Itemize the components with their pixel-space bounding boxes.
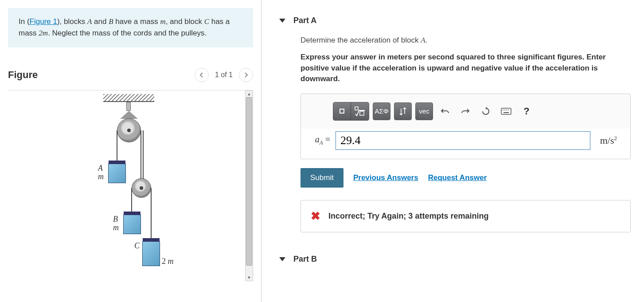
svg-point-5 [506,110,507,110]
vector-button[interactable]: vec [415,102,433,120]
redo-button[interactable] [457,102,474,120]
scrollbar-thumb[interactable] [246,97,252,266]
left-pane: In (Figure 1), blocks A and B have a mas… [0,0,262,302]
keyboard-button[interactable] [498,102,515,120]
radical-icon [355,106,365,116]
variable-B: B [109,17,113,26]
reset-button[interactable] [477,102,494,120]
answer-row: aA = m/s2 [301,129,630,159]
right-pane: Part A Determine the acceleration of blo… [262,0,644,302]
label-mass-B: m [113,223,119,232]
feedback-text: Incorrect; Try Again; 3 attempts remaini… [328,212,488,221]
svg-rect-1 [360,111,364,115]
pulley-1 [117,118,141,142]
block-A [108,164,126,183]
previous-answers-link[interactable]: Previous Answers [353,173,418,182]
text: and [92,17,109,26]
request-answer-link[interactable]: Request Answer [428,173,487,182]
scroll-up-icon[interactable]: ▲ [246,91,253,97]
label-mass-C: 2 m [162,257,174,266]
svg-rect-0 [355,107,358,110]
equation-toolbar: ΑΣΦ vec ? [301,94,630,129]
svg-point-4 [504,110,505,110]
redo-icon [461,108,470,115]
scroll-down-icon[interactable]: ▼ [246,275,253,281]
block-B [123,215,141,234]
part-a-header[interactable]: Part A [279,0,644,36]
figure-link[interactable]: Figure 1 [30,17,57,26]
svg-point-3 [503,110,503,110]
mount-cone [120,111,138,119]
pulley-2 [132,178,151,198]
part-a-title: Part A [293,16,316,25]
svg-point-6 [508,110,509,110]
chevron-left-icon [199,72,204,78]
keyboard-icon [501,108,511,115]
label-mass-A: m [98,172,104,181]
caret-down-icon [279,19,285,23]
square-icon [340,109,344,114]
answer-actions: Submit Previous Answers Request Answer [301,168,631,188]
variable-m: m [160,17,165,26]
svg-rect-2 [501,108,511,114]
label-A: A [98,164,103,173]
template-radical-button[interactable] [351,102,369,120]
text: Determine the acceleration of block [301,36,421,44]
label-C: C [134,241,140,251]
answer-unit: m/s2 [596,135,621,146]
chevron-right-icon [244,72,248,78]
variable: A [421,36,425,44]
text: . Neglect the mass of the cords and the … [48,29,207,37]
figure-viewport: A m B m C 2 m ▲ ▼ [8,90,253,281]
greek-button[interactable]: ΑΣΦ [373,102,390,120]
text: ), blocks [57,17,87,26]
submit-button[interactable]: Submit [301,168,343,188]
part-b-header[interactable]: Part B [279,250,644,275]
cord [131,188,132,215]
answer-input[interactable] [336,131,590,150]
caret-down-icon [279,257,285,261]
answer-widget: ΑΣΦ vec ? aA = [301,94,631,159]
text: In ( [19,17,30,26]
undo-icon [441,108,449,115]
text: , and block [166,17,204,26]
label-B: B [113,215,118,224]
undo-button[interactable] [437,102,453,120]
figure-title: Figure [8,69,38,81]
instruction: Determine the acceleration of block A. [301,36,631,45]
variable-2m: 2m [39,29,48,37]
figure-prev-button[interactable] [195,68,209,82]
cord [151,188,152,241]
svg-rect-7 [503,112,509,113]
help-button[interactable]: ? [518,102,535,120]
text: have a mass [113,17,160,26]
variable-A: A [87,17,92,26]
incorrect-icon: ✖ [311,209,320,223]
part-a-body: Determine the acceleration of block A. E… [279,36,644,232]
mount-stem [126,102,131,111]
figure-next-button[interactable] [239,68,253,82]
feedback-box: ✖ Incorrect; Try Again; 3 attempts remai… [301,200,631,232]
subscript-button[interactable] [394,102,412,120]
answer-variable-label: aA = [310,134,330,146]
figure-nav-label: 1 of 1 [211,71,237,79]
template-square-button[interactable] [333,102,351,120]
block-C [142,241,160,266]
updown-arrows-icon [399,107,407,116]
reset-icon [481,107,490,116]
answer-hint: Express your answer in meters per second… [301,52,631,85]
ceiling [103,94,154,102]
part-b-title: Part B [293,255,317,264]
variable-C: C [204,17,209,26]
cord [117,130,117,164]
figure-diagram: A m B m C 2 m [86,94,174,280]
text: . [425,36,428,44]
figure-header: Figure 1 of 1 [8,65,253,90]
figure-nav: 1 of 1 [195,68,253,82]
templates-group [333,102,369,121]
problem-statement: In (Figure 1), blocks A and B have a mas… [8,8,253,47]
figure-scrollbar[interactable]: ▲ ▼ [245,90,253,281]
